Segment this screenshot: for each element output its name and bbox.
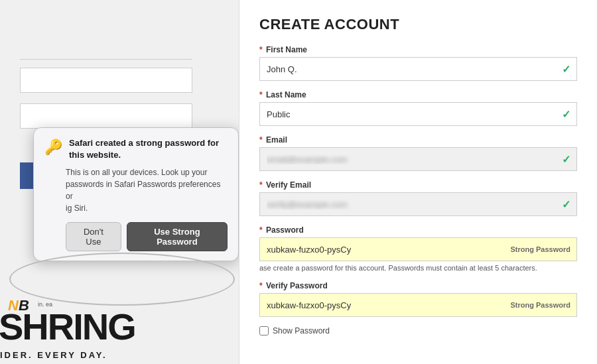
required-star-5: *: [259, 225, 263, 235]
email-input[interactable]: [259, 147, 577, 171]
brand-area: N B in. ea SHRING IDER. EVERY DAY.: [0, 245, 239, 364]
show-password-checkbox[interactable]: [259, 326, 269, 335]
dont-use-button[interactable]: Don't Use: [66, 222, 121, 251]
use-strong-password-button[interactable]: Use Strong Password: [127, 222, 228, 251]
password-hint: ase create a password for this account. …: [259, 264, 577, 272]
brand-sub-text: IDER. EVERY DAY.: [0, 350, 107, 360]
email-input-wrapper: ✓: [259, 147, 577, 171]
verify-email-checkmark: ✓: [562, 198, 570, 211]
first-name-checkmark: ✓: [562, 63, 570, 76]
page-title: CREATE ACCOUNT: [259, 16, 577, 33]
show-password-row: Show Password: [259, 326, 577, 335]
required-star-3: *: [259, 135, 263, 145]
verify-password-input-wrapper: Strong Password: [259, 293, 577, 317]
first-name-input[interactable]: [259, 57, 577, 81]
verify-email-label: * Verify Email: [259, 180, 577, 190]
left-panel: Reset Your Password f LOGIN WITH FACEBOO…: [0, 0, 239, 364]
verify-password-group: * Verify Password Strong Password: [259, 281, 577, 317]
last-name-group: * Last Name ✓: [259, 90, 577, 126]
verify-password-strong-badge: Strong Password: [511, 301, 570, 309]
email-label: * Email: [259, 135, 577, 145]
password-label: * Password: [259, 225, 577, 235]
safari-password-popup: 🔑 Safari created a strong password for t…: [33, 127, 239, 261]
verify-email-input-wrapper: ✓: [259, 192, 577, 216]
password-strong-badge: Strong Password: [511, 245, 570, 253]
left-input-field-1[interactable]: [20, 68, 192, 93]
last-name-checkmark: ✓: [562, 108, 570, 121]
popup-body: This is on all your devices. Look up you…: [66, 166, 228, 214]
password-input-wrapper: Strong Password: [259, 237, 577, 261]
left-username-underline: [20, 34, 192, 60]
first-name-group: * First Name ✓: [259, 45, 577, 81]
verify-email-group: * Verify Email ✓: [259, 180, 577, 216]
required-star: *: [259, 45, 263, 54]
key-icon: 🔑: [44, 139, 62, 156]
first-name-label: * First Name: [259, 45, 577, 54]
password-group: * Password Strong Password ase create a …: [259, 225, 577, 272]
required-star-2: *: [259, 90, 263, 99]
popup-buttons: Don't Use Use Strong Password: [66, 222, 228, 251]
popup-header: 🔑 Safari created a strong password for t…: [44, 137, 228, 161]
last-name-label: * Last Name: [259, 90, 577, 99]
show-password-label: Show Password: [273, 326, 330, 335]
brand-spring-text: SHRING: [0, 306, 135, 347]
right-panel: CREATE ACCOUNT * First Name ✓ * Last Nam…: [239, 0, 597, 364]
first-name-input-wrapper: ✓: [259, 57, 577, 81]
required-star-6: *: [259, 281, 263, 290]
left-input-field-2[interactable]: [20, 103, 192, 129]
verify-password-label: * Verify Password: [259, 281, 577, 290]
last-name-input-wrapper: ✓: [259, 102, 577, 126]
verify-email-input[interactable]: [259, 192, 577, 216]
last-name-input[interactable]: [259, 102, 577, 126]
popup-title: Safari created a strong password for thi…: [69, 137, 228, 161]
email-group: * Email ✓: [259, 135, 577, 171]
email-checkmark: ✓: [562, 153, 570, 166]
required-star-4: *: [259, 180, 263, 190]
